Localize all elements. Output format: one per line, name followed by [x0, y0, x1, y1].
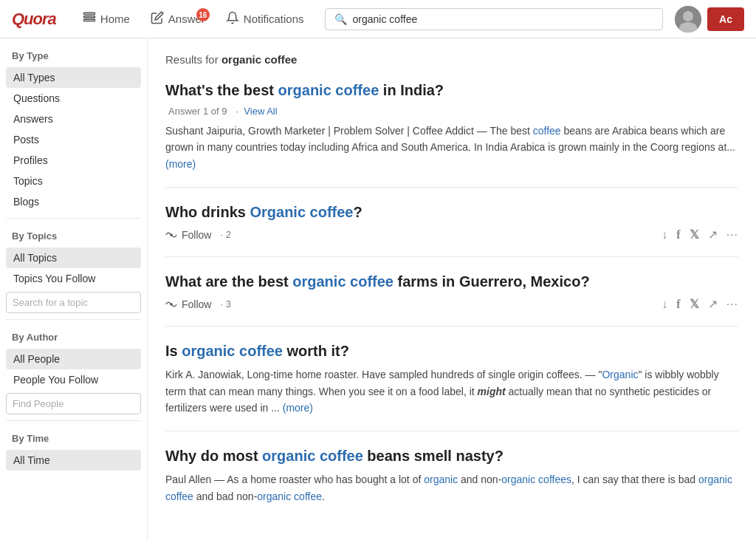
search-icon: 🔍 [334, 13, 347, 25]
result-body-4: Kirk A. Janowiak, Long-time home roaster… [165, 366, 738, 416]
svg-point-6 [171, 233, 172, 235]
result-title-4: Is organic coffee worth it? [165, 341, 738, 360]
topic-search-input[interactable] [6, 292, 141, 313]
follow-button-3[interactable]: Follow [165, 298, 211, 310]
follow-left-3: Follow · 3 [165, 298, 231, 310]
sidebar-item-all-topics[interactable]: All Topics [6, 247, 141, 268]
sidebar-item-answers[interactable]: Answers [6, 109, 141, 129]
twitter-icon-2[interactable]: 𝕏 [690, 228, 699, 242]
answer-icon [151, 11, 164, 27]
result-title-highlight-1[interactable]: organic coffee [278, 82, 379, 98]
header: Quora Home Answer 16 [0, 0, 756, 38]
body-link-organic-5a[interactable]: organic [424, 474, 458, 485]
search-bar: 🔍 [325, 8, 664, 30]
body-link-organic-4[interactable]: Organic [602, 369, 638, 380]
result-title-highlight-3[interactable]: organic coffee [292, 273, 394, 290]
body-link-coffee[interactable]: coffee [533, 125, 561, 137]
more-icon-2[interactable]: ··· [726, 228, 738, 242]
result-more-1[interactable]: (more) [165, 158, 196, 170]
main-content: Results for organic coffee What's the be… [148, 38, 756, 540]
sidebar-item-topics-you-follow[interactable]: Topics You Follow [6, 268, 141, 289]
follow-feed-icon-2 [165, 230, 177, 240]
home-icon [83, 11, 96, 27]
follow-count-2: · 2 [220, 229, 230, 240]
result-title-1: What's the best organic coffee in India? [165, 81, 738, 100]
follow-label-2: Follow [182, 229, 211, 241]
follow-left-2: Follow · 2 [165, 229, 231, 241]
body-link-organic-5d[interactable]: organic coffee [257, 491, 322, 502]
sidebar-item-posts[interactable]: Posts [6, 129, 141, 150]
nav-answer[interactable]: Answer 16 [142, 5, 214, 33]
result-answer-count: Answer 1 of 9 [168, 106, 227, 117]
by-topics-label: By Topics [6, 230, 141, 242]
result-title-highlight-4[interactable]: organic coffee [182, 343, 283, 359]
by-time-label: By Time [6, 433, 141, 444]
nav: Home Answer 16 Notifications [74, 5, 313, 33]
avatar[interactable] [675, 6, 701, 33]
follow-bar-2: Follow · 2 ↓ f 𝕏 ↗ ··· [165, 228, 738, 242]
divider-2 [6, 319, 141, 320]
result-title-2: Who drinks Organic coffee? [165, 202, 738, 222]
share-icon-2[interactable]: ↗ [708, 228, 718, 242]
sidebar-item-topics[interactable]: Topics [6, 171, 141, 191]
search-input[interactable] [353, 13, 654, 25]
result-more-4[interactable]: (more) [283, 402, 313, 414]
twitter-icon-3[interactable]: 𝕏 [690, 297, 699, 311]
body-link-organic-5b[interactable]: organic coffees [501, 474, 571, 485]
action-icons-2: ↓ f 𝕏 ↗ ··· [662, 228, 738, 242]
follow-bar-3: Follow · 3 ↓ f 𝕏 ↗ ··· [165, 297, 738, 311]
result-card-1: What's the best organic coffee in India?… [165, 81, 738, 188]
result-title-highlight-5[interactable]: organic coffee [262, 448, 363, 464]
sidebar-item-all-types[interactable]: All Types [6, 67, 141, 88]
result-card-5: Why do most organic coffee beans smell n… [165, 446, 738, 519]
facebook-icon-3[interactable]: f [676, 298, 680, 311]
logo[interactable]: Quora [12, 10, 56, 29]
result-title-before-1: What's the best [165, 82, 278, 98]
sidebar-item-all-time[interactable]: All Time [6, 450, 141, 471]
nav-notifications[interactable]: Notifications [217, 5, 313, 33]
by-author-label: By Author [6, 332, 141, 343]
answer-badge: 16 [196, 8, 210, 21]
result-card-4: Is organic coffee worth it? Kirk A. Jano… [165, 341, 738, 431]
result-card-3: What are the best organic coffee farms i… [165, 272, 738, 327]
result-meta-1: Answer 1 of 9 · View All [165, 106, 738, 117]
by-type-label: By Type [6, 50, 141, 61]
share-icon-3[interactable]: ↗ [708, 297, 718, 311]
svg-rect-2 [83, 19, 94, 21]
nav-home-label: Home [100, 13, 130, 25]
download-icon-2[interactable]: ↓ [662, 228, 667, 242]
svg-rect-0 [83, 13, 94, 14]
results-header: Results for organic coffee [165, 53, 738, 66]
nav-home[interactable]: Home [74, 5, 139, 33]
result-title-5: Why do most organic coffee beans smell n… [165, 446, 738, 465]
results-query: organic coffee [221, 53, 298, 66]
svg-point-7 [171, 303, 172, 304]
divider-1 [6, 218, 141, 219]
view-all-link[interactable]: View All [244, 106, 277, 117]
follow-feed-icon-3 [165, 299, 177, 310]
main-layout: By Type All Types Questions Answers Post… [0, 38, 756, 540]
sidebar: By Type All Types Questions Answers Post… [0, 38, 148, 540]
facebook-icon-2[interactable]: f [676, 228, 680, 242]
author-search-input[interactable] [6, 393, 141, 414]
bell-icon [226, 11, 239, 27]
more-icon-3[interactable]: ··· [726, 298, 738, 311]
sidebar-item-profiles[interactable]: Profiles [6, 150, 141, 171]
result-body-5: Paul Allen — As a home roaster who has b… [165, 471, 738, 505]
follow-button-2[interactable]: Follow [165, 229, 211, 241]
nav-notifications-label: Notifications [244, 13, 304, 25]
result-title-highlight-2[interactable]: Organic coffee [250, 204, 353, 220]
signup-button[interactable]: Ac [707, 7, 744, 31]
result-card-2: Who drinks Organic coffee? Follow · 2 ↓ [165, 202, 738, 257]
results-query-label: Results for [165, 53, 219, 66]
result-title-after-1: in India? [379, 82, 444, 98]
follow-count-3: · 3 [220, 298, 230, 310]
sidebar-item-questions[interactable]: Questions [6, 88, 141, 109]
download-icon-3[interactable]: ↓ [662, 298, 667, 311]
sidebar-item-all-people[interactable]: All People [6, 349, 141, 369]
sidebar-item-people-you-follow[interactable]: People You Follow [6, 369, 141, 390]
follow-label-3: Follow [182, 298, 211, 310]
result-body-1: Sushant Jaipuria, Growth Marketer | Prob… [165, 123, 738, 172]
sidebar-item-blogs[interactable]: Blogs [6, 191, 141, 212]
divider-3 [6, 420, 141, 421]
